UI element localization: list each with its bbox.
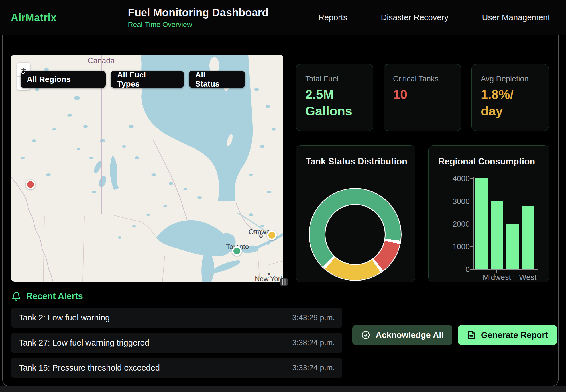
bar-West (522, 206, 534, 269)
tank-status-card: Tank Status Distribution (296, 145, 415, 282)
map-canvas[interactable]: Canada Ottawa Toronto New York + − All R… (11, 55, 283, 282)
stat-card-avg-depletion: Avg Depletion 1.8%/ day (471, 64, 549, 131)
alert-row[interactable]: Tank 15: Pressure threshold exceeded 3:3… (11, 358, 342, 378)
y-tick-mark (470, 246, 473, 247)
alert-time: 3:38:24 p.m. (292, 338, 335, 347)
alert-text: Tank 2: Low fuel warning (19, 313, 110, 322)
map-art: Canada Ottawa Toronto New York (11, 55, 283, 282)
dashboard: AirMatrix Fuel Monitoring Dashboard Real… (0, 0, 566, 392)
regional-consumption-bar-chart (474, 178, 536, 269)
region-filter-dropdown[interactable]: All Regions (21, 71, 106, 88)
report-document-icon (467, 330, 476, 340)
alert-text: Tank 15: Pressure threshold exceeded (19, 363, 160, 373)
stat-value: 2.5M Gallons (305, 86, 373, 119)
generate-report-label: Generate Report (481, 330, 548, 340)
map-label-canada: Canada (88, 56, 115, 65)
header: AirMatrix Fuel Monitoring Dashboard Real… (0, 0, 566, 35)
x-tick-mark (496, 270, 497, 273)
alerts-title: Recent Alerts (26, 291, 83, 301)
y-tick-label: 2000 (434, 220, 470, 229)
stat-label: Total Fuel (305, 75, 373, 83)
status-filter-value: All Status (195, 70, 231, 89)
alert-time: 3:43:29 p.m. (292, 313, 335, 322)
tank-marker-warning[interactable] (267, 230, 277, 240)
y-tick-label: 3000 (434, 197, 470, 206)
tank-marker-normal[interactable] (232, 246, 242, 256)
tank-marker-critical[interactable] (26, 180, 35, 189)
y-tick-label: 1000 (434, 242, 470, 251)
regional-consumption-card: Regional Consumption 01000200030004000Mi… (428, 145, 549, 282)
alert-row[interactable]: Tank 2: Low fuel warning 3:43:29 p.m. (11, 308, 342, 328)
nav-disaster-recovery[interactable]: Disaster Recovery (381, 13, 449, 22)
title-block: Fuel Monitoring Dashboard Real-Time Over… (128, 7, 269, 29)
y-tick-mark (470, 178, 473, 179)
page-subtitle: Real-Time Overview (128, 21, 269, 29)
x-tick-mark (528, 270, 528, 273)
bottom-strip (0, 386, 566, 392)
status-filter-dropdown[interactable]: All Status (189, 71, 245, 88)
map-label-new-york: New York (255, 275, 283, 282)
region-filter-value: All Regions (27, 75, 71, 84)
stat-card-critical-tanks: Critical Tanks 10 (384, 64, 461, 131)
x-tick-label: West (508, 273, 548, 282)
drag-handle[interactable] (280, 278, 288, 286)
y-tick-mark (470, 224, 473, 224)
alerts-header: Recent Alerts (11, 291, 83, 301)
acknowledge-all-label: Acknowledge All (376, 330, 444, 340)
page-title: Fuel Monitoring Dashboard (128, 7, 269, 19)
stat-label: Avg Depletion (481, 75, 549, 83)
bar-region-2 (506, 224, 519, 269)
app-logo: AirMatrix (11, 12, 57, 24)
stat-value: 1.8%/ day (481, 86, 549, 119)
stat-card-total-fuel: Total Fuel 2.5M Gallons (296, 64, 373, 131)
generate-report-button[interactable]: Generate Report (458, 325, 557, 345)
map-filters: All Regions All Fuel Types All Status (21, 71, 245, 88)
bar-region-0 (475, 178, 488, 269)
nav-reports[interactable]: Reports (318, 13, 347, 22)
stat-value: 10 (393, 86, 461, 103)
y-tick-mark (470, 269, 473, 270)
stat-label: Critical Tanks (393, 75, 461, 83)
tank-status-donut-chart (310, 189, 401, 280)
fuel-type-filter-value: All Fuel Types (117, 70, 170, 89)
acknowledge-all-button[interactable]: Acknowledge All (352, 325, 452, 345)
main-nav: Reports Disaster Recovery User Managemen… (318, 13, 550, 22)
alert-text: Tank 27: Low fuel warning triggered (19, 338, 149, 348)
check-circle-icon (361, 330, 370, 340)
bell-icon (11, 291, 21, 301)
chart-title: Tank Status Distribution (306, 156, 415, 167)
alert-time: 3:33:24 p.m. (292, 364, 335, 372)
fuel-type-filter-dropdown[interactable]: All Fuel Types (111, 71, 184, 88)
chart-title: Regional Consumption (438, 156, 549, 167)
alert-row[interactable]: Tank 27: Low fuel warning triggered 3:38… (11, 333, 342, 353)
y-tick-label: 0 (434, 265, 470, 274)
bar-Midwest (491, 201, 503, 269)
nav-user-management[interactable]: User Management (482, 13, 550, 22)
y-tick-label: 4000 (434, 174, 470, 183)
y-tick-mark (470, 201, 473, 201)
